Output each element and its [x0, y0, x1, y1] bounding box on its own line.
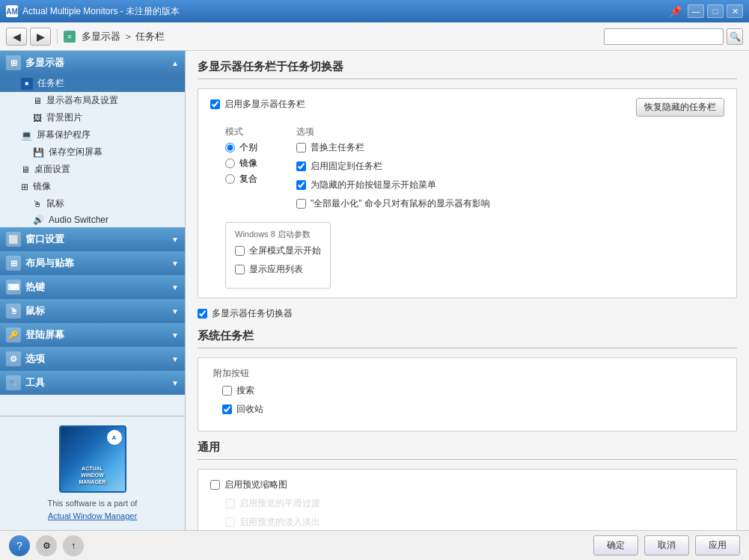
- sidebar-item-label: 屏幕保护程序: [37, 129, 91, 141]
- replace-main-label: 普换主任务栏: [311, 141, 364, 154]
- windows8-group: Windows 8 启动参数 全屏模式显示开始 显示应用列表: [225, 222, 331, 289]
- toolbar: ◀ ▶ ≡ 多显示器 ＞ 任务栏 🔍: [0, 22, 749, 51]
- sidebar-section-mouse[interactable]: 🖱 鼠标 ▼: [0, 299, 185, 323]
- help-button[interactable]: ?: [9, 535, 30, 556]
- sidebar-item-taskbar[interactable]: ■ 任务栏: [0, 75, 185, 92]
- radio-mirror-label: 镜像: [239, 157, 257, 170]
- fade-inout-checkbox[interactable]: [225, 517, 235, 527]
- show-start-checkbox[interactable]: [296, 180, 306, 190]
- settings-button[interactable]: ⚙: [36, 535, 57, 556]
- search-button[interactable]: 🔍: [727, 28, 743, 45]
- mode-options: 模式 个别 镜像 复合: [225, 126, 257, 216]
- system-taskbar-box: 附加按钮 搜索 回收站: [198, 357, 737, 431]
- sidebar-item-display-layout[interactable]: 🖥 显示器布局及设置: [0, 92, 185, 109]
- product-link[interactable]: Actual Window Manager: [48, 511, 137, 520]
- sidebar-item-mouse[interactable]: 🖱 鼠标: [0, 195, 185, 212]
- fullscreen-start-checkbox[interactable]: [235, 246, 245, 256]
- bottom-bar: ? ⚙ ↑ 确定 取消 应用: [0, 530, 749, 560]
- chevron-down-icon: ▼: [171, 379, 179, 387]
- window-settings-icon: ⬜: [6, 232, 21, 247]
- show-start-label: 为隐藏的开始按钮显示开始菜单: [311, 179, 436, 191]
- restore-taskbar-button[interactable]: 恢复隐藏的任务栏: [636, 98, 724, 117]
- task-switcher-label: 多显示器任务切换器: [212, 307, 293, 320]
- option-group: 选项 普换主任务栏 启用固定到任务栏 为隐藏的开始按钮显示开始菜单: [296, 126, 490, 216]
- mouse-icon: 🖱: [33, 199, 42, 209]
- show-app-list-label: 显示应用列表: [249, 263, 303, 276]
- multi-monitor-icon: ⊞: [6, 55, 21, 70]
- sidebar-section-label: 登陆屏幕: [25, 328, 64, 342]
- sidebar-section-label: 多显示器: [25, 56, 64, 70]
- maximize-button[interactable]: □: [707, 4, 724, 18]
- update-button[interactable]: ↑: [63, 535, 84, 556]
- radio-mirror-input[interactable]: [225, 159, 235, 168]
- product-area: ACTUALWINDOWMANAGER A This software is a…: [0, 416, 185, 530]
- bottom-buttons: 确定 取消 应用: [593, 535, 740, 556]
- product-tagline: This software is a part of: [6, 499, 179, 508]
- taskbar-icon: ■: [21, 78, 33, 90]
- enable-preview-label: 启用预览缩略图: [224, 479, 287, 491]
- close-button[interactable]: ✕: [727, 4, 743, 18]
- sidebar-item-save-screen[interactable]: 💾 保存空闲屏幕: [0, 144, 185, 161]
- desktop-icon: 🖥: [21, 164, 30, 175]
- recycle-row: 回收站: [222, 403, 724, 416]
- smooth-scroll-checkbox[interactable]: [225, 499, 235, 508]
- enable-pin-checkbox[interactable]: [296, 161, 306, 171]
- windows8-title: Windows 8 启动参数: [235, 229, 321, 240]
- search-input[interactable]: [604, 28, 724, 45]
- sidebar-section-label: 工具: [25, 376, 45, 390]
- mirror-icon: ⊞: [21, 182, 28, 192]
- sidebar-section-hotkeys[interactable]: ⌨ 热键 ▼: [0, 275, 185, 299]
- replace-main-checkbox[interactable]: [296, 143, 306, 153]
- option-enable-pin: 启用固定到任务栏: [296, 160, 490, 173]
- forward-button[interactable]: ▶: [30, 28, 51, 46]
- chevron-down-icon: ▼: [171, 236, 179, 244]
- search-row: 搜索: [222, 384, 724, 397]
- addon-recycle-checkbox[interactable]: [222, 404, 232, 414]
- sidebar-section-tools[interactable]: 🔧 工具 ▼: [0, 371, 185, 395]
- radio-composite-input[interactable]: [225, 174, 235, 184]
- back-button[interactable]: ◀: [6, 28, 27, 46]
- sidebar-item-screensaver[interactable]: 💻 屏幕保护程序: [0, 126, 185, 144]
- sidebar-section-options[interactable]: ⚙ 选项 ▼: [0, 347, 185, 371]
- options-icon: ⚙: [6, 351, 21, 366]
- sidebar-section-login[interactable]: 🔑 登陆屏幕 ▼: [0, 323, 185, 347]
- general-box: 启用预览缩略图 启用预览的平滑过渡 启用预览的淡入淡出 预览显示延迟：: [198, 469, 737, 530]
- sidebar-item-audio-switcher[interactable]: 🔊 Audio Switcher: [0, 212, 185, 227]
- sidebar-section-multi-monitor[interactable]: ⊞ 多显示器 ▲: [0, 51, 185, 75]
- option-show-start: 为隐藏的开始按钮显示开始菜单: [296, 179, 490, 191]
- taskbar-settings-box: 启用多显示器任务栏 恢复隐藏的任务栏 模式 个别 镜像: [198, 88, 737, 298]
- system-taskbar-title: 系统任务栏: [198, 329, 737, 348]
- sidebar-section-window-settings[interactable]: ⬜ 窗口设置 ▼: [0, 227, 185, 251]
- wallpaper-icon: 🖼: [33, 113, 42, 123]
- minimize-all-label: "全部最小化" 命令只对有鼠标的显示器有影响: [311, 197, 490, 210]
- minimize-button[interactable]: —: [688, 4, 704, 18]
- sidebar-item-label: 镜像: [33, 180, 51, 193]
- content-area: 多显示器任务栏于任务切换器 启用多显示器任务栏 恢复隐藏的任务栏 模式: [186, 51, 749, 530]
- enable-preview-checkbox[interactable]: [210, 480, 220, 490]
- app-icon: AM: [6, 5, 18, 17]
- sidebar-section-layout[interactable]: ⊞ 布局与贴靠 ▼: [0, 251, 185, 275]
- ok-button[interactable]: 确定: [593, 535, 638, 556]
- product-box-image: ACTUALWINDOWMANAGER A: [59, 425, 126, 493]
- sidebar-item-label: Audio Switcher: [49, 215, 108, 225]
- tools-icon: 🔧: [6, 375, 21, 390]
- enable-taskbar-checkbox[interactable]: [210, 99, 220, 109]
- layout-icon: ⊞: [6, 256, 21, 271]
- addon-search-checkbox[interactable]: [222, 386, 232, 396]
- sidebar-item-desktop[interactable]: 🖥 桌面设置: [0, 161, 185, 178]
- sidebar-item-mirror[interactable]: ⊞ 镜像: [0, 178, 185, 195]
- sidebar-item-wallpaper[interactable]: 🖼 背景图片: [0, 109, 185, 126]
- minimize-all-checkbox[interactable]: [296, 199, 306, 209]
- chevron-down-icon: ▼: [171, 331, 179, 339]
- radio-individual-input[interactable]: [225, 143, 235, 153]
- sidebar-item-label: 保存空闲屏幕: [49, 146, 103, 159]
- fullscreen-start-label: 全屏模式显示开始: [249, 244, 321, 257]
- cancel-button[interactable]: 取消: [644, 535, 689, 556]
- apply-button[interactable]: 应用: [695, 535, 740, 556]
- enable-taskbar-label: 启用多显示器任务栏: [224, 98, 305, 111]
- mode-label: 模式: [225, 126, 257, 138]
- sidebar-item-label: 桌面设置: [34, 163, 70, 176]
- sidebar-item-label: 任务栏: [37, 77, 64, 90]
- show-app-list-checkbox[interactable]: [235, 265, 245, 274]
- task-switcher-checkbox[interactable]: [198, 309, 207, 319]
